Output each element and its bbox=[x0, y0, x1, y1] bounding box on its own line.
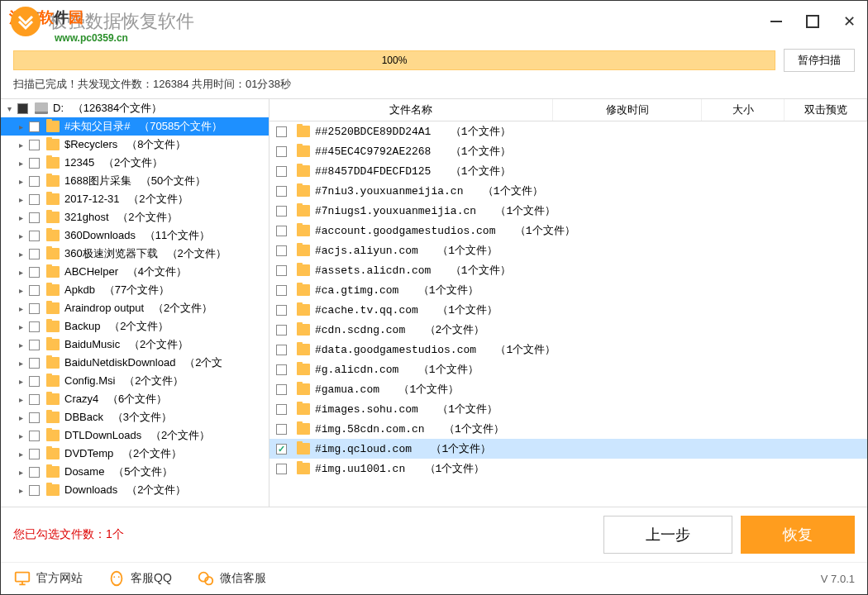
tree-checkbox[interactable] bbox=[29, 121, 40, 132]
list-checkbox[interactable] bbox=[276, 166, 287, 177]
file-list[interactable]: ##2520BDCE89DD24A1 （1个文件） ##45EC4C9792AE… bbox=[269, 121, 867, 507]
expand-icon[interactable]: ▸ bbox=[16, 304, 26, 313]
expand-icon[interactable]: ▸ bbox=[16, 322, 26, 331]
expand-icon[interactable]: ▸ bbox=[16, 431, 26, 440]
tree-item[interactable]: ▸ 321ghost （2个文件） bbox=[1, 208, 269, 226]
tree-item[interactable]: ▸ DVDTemp （2个文件） bbox=[1, 445, 269, 463]
tree-item[interactable]: ▸ ABCHelper （4个文件） bbox=[1, 263, 269, 281]
prev-button[interactable]: 上一步 bbox=[603, 516, 732, 554]
tree-checkbox[interactable] bbox=[29, 376, 40, 387]
tree-item[interactable]: ▸ 360Downloads （11个文件） bbox=[1, 226, 269, 245]
expand-icon[interactable]: ▸ bbox=[16, 377, 26, 386]
tree-item[interactable]: ▸ Apkdb （77个文件） bbox=[1, 281, 269, 299]
tree-item[interactable]: ▸ BaiduNetdiskDownload （2个文 bbox=[1, 354, 269, 372]
list-checkbox[interactable] bbox=[276, 364, 287, 375]
list-checkbox[interactable] bbox=[276, 146, 287, 157]
tree-item[interactable]: ▸ Downloads （2个文件） bbox=[1, 481, 269, 499]
list-checkbox[interactable] bbox=[276, 285, 287, 296]
tree-checkbox[interactable] bbox=[29, 212, 40, 223]
tree-item[interactable]: ▸ DBBack （3个文件） bbox=[1, 408, 269, 426]
expand-icon[interactable]: ▸ bbox=[16, 250, 26, 259]
list-row[interactable]: #ca.gtimg.com （1个文件） bbox=[269, 280, 867, 300]
expand-icon[interactable]: ▸ bbox=[16, 486, 26, 495]
tree-item[interactable]: ▸ Crazy4 （6个文件） bbox=[1, 390, 269, 408]
list-row[interactable]: ##2520BDCE89DD24A1 （1个文件） bbox=[269, 121, 867, 141]
expand-icon[interactable]: ▸ bbox=[16, 159, 26, 168]
tree-item[interactable]: ▸ 360极速浏览器下载 （2个文件） bbox=[1, 245, 269, 263]
list-checkbox[interactable] bbox=[276, 245, 287, 256]
col-size[interactable]: 大小 bbox=[702, 99, 785, 121]
tree-item[interactable]: ▸ 12345 （2个文件） bbox=[1, 154, 269, 172]
list-checkbox[interactable] bbox=[276, 345, 287, 355]
list-checkbox[interactable] bbox=[276, 265, 287, 276]
list-row[interactable]: #assets.alicdn.com （1个文件） bbox=[269, 260, 867, 280]
expand-icon[interactable]: ▸ bbox=[16, 268, 26, 277]
expand-icon[interactable]: ▸ bbox=[16, 359, 26, 368]
tree-checkbox[interactable] bbox=[29, 449, 40, 459]
tree-item[interactable]: ▸ Dosame （5个文件） bbox=[1, 463, 269, 481]
folder-tree[interactable]: ▾ D: （126384个文件） ▸ #未知父目录# （70585个文件）▸ $… bbox=[1, 99, 269, 507]
tree-item[interactable]: ▸ BaiduMusic （2个文件） bbox=[1, 336, 269, 354]
tree-checkbox[interactable] bbox=[29, 176, 40, 187]
list-checkbox[interactable] bbox=[276, 464, 287, 474]
list-row[interactable]: ##8457DD4FDECFD125 （1个文件） bbox=[269, 161, 867, 181]
expand-icon[interactable]: ▸ bbox=[16, 122, 26, 131]
tree-checkbox[interactable] bbox=[17, 103, 28, 114]
col-preview[interactable]: 双击预览 bbox=[785, 99, 867, 121]
col-name[interactable]: 文件名称 bbox=[269, 99, 553, 121]
list-row[interactable]: #7niugs1.youxuanmeijia.cn （1个文件） bbox=[269, 201, 867, 221]
expand-icon[interactable]: ▸ bbox=[16, 395, 26, 404]
list-row[interactable]: #cdn.scdng.com （2个文件） bbox=[269, 320, 867, 340]
list-row[interactable]: #cache.tv.qq.com （1个文件） bbox=[269, 300, 867, 320]
tree-checkbox[interactable] bbox=[29, 358, 40, 369]
list-checkbox[interactable] bbox=[276, 226, 287, 236]
tree-checkbox[interactable] bbox=[29, 267, 40, 278]
expand-icon[interactable]: ▸ bbox=[16, 286, 26, 295]
list-checkbox[interactable] bbox=[276, 444, 287, 455]
tree-item[interactable]: ▸ Backup （2个文件） bbox=[1, 317, 269, 336]
tree-checkbox[interactable] bbox=[29, 140, 40, 150]
wechat-link[interactable]: 微信客服 bbox=[197, 569, 266, 588]
list-checkbox[interactable] bbox=[276, 126, 287, 137]
tree-checkbox[interactable] bbox=[29, 158, 40, 169]
list-row[interactable]: ##45EC4C9792AE2268 （1个文件） bbox=[269, 141, 867, 161]
tree-item[interactable]: ▸ 2017-12-31 （2个文件） bbox=[1, 190, 269, 208]
list-row[interactable]: #img.qcloud.com （1个文件） bbox=[269, 439, 867, 459]
tree-item[interactable]: ▸ 1688图片采集 （50个文件） bbox=[1, 172, 269, 190]
expand-icon[interactable]: ▾ bbox=[4, 104, 14, 113]
list-checkbox[interactable] bbox=[276, 325, 287, 336]
close-button[interactable] bbox=[839, 12, 859, 31]
tree-checkbox[interactable] bbox=[29, 194, 40, 205]
list-checkbox[interactable] bbox=[276, 186, 287, 197]
tree-checkbox[interactable] bbox=[29, 467, 40, 478]
tree-checkbox[interactable] bbox=[29, 249, 40, 259]
list-row[interactable]: #img.58cdn.com.cn （1个文件） bbox=[269, 419, 867, 439]
tree-item[interactable]: ▸ #未知父目录# （70585个文件） bbox=[1, 117, 269, 136]
list-row[interactable]: #gamua.com （1个文件） bbox=[269, 379, 867, 399]
tree-item[interactable]: ▸ Araindrop output （2个文件） bbox=[1, 299, 269, 317]
tree-checkbox[interactable] bbox=[29, 394, 40, 405]
list-checkbox[interactable] bbox=[276, 206, 287, 217]
list-row[interactable]: #account.goodgamestudios.com （1个文件） bbox=[269, 221, 867, 240]
list-checkbox[interactable] bbox=[276, 384, 287, 395]
expand-icon[interactable]: ▸ bbox=[16, 195, 26, 204]
tree-checkbox[interactable] bbox=[29, 412, 40, 423]
expand-icon[interactable]: ▸ bbox=[16, 213, 26, 222]
tree-root[interactable]: ▾ D: （126384个文件） bbox=[1, 99, 269, 117]
tree-checkbox[interactable] bbox=[29, 231, 40, 241]
minimize-button[interactable] bbox=[766, 12, 786, 31]
expand-icon[interactable]: ▸ bbox=[16, 413, 26, 422]
list-row[interactable]: #images.sohu.com （1个文件） bbox=[269, 399, 867, 419]
expand-icon[interactable]: ▸ bbox=[16, 177, 26, 186]
tree-checkbox[interactable] bbox=[29, 321, 40, 332]
list-checkbox[interactable] bbox=[276, 424, 287, 435]
tree-checkbox[interactable] bbox=[29, 431, 40, 441]
list-checkbox[interactable] bbox=[276, 305, 287, 316]
col-time[interactable]: 修改时间 bbox=[553, 99, 702, 121]
expand-icon[interactable]: ▸ bbox=[16, 231, 26, 240]
website-link[interactable]: 官方网站 bbox=[13, 569, 83, 588]
qq-link[interactable]: 客服QQ bbox=[107, 569, 172, 588]
expand-icon[interactable]: ▸ bbox=[16, 340, 26, 350]
pause-scan-button[interactable]: 暂停扫描 bbox=[784, 49, 855, 72]
tree-checkbox[interactable] bbox=[29, 485, 40, 496]
